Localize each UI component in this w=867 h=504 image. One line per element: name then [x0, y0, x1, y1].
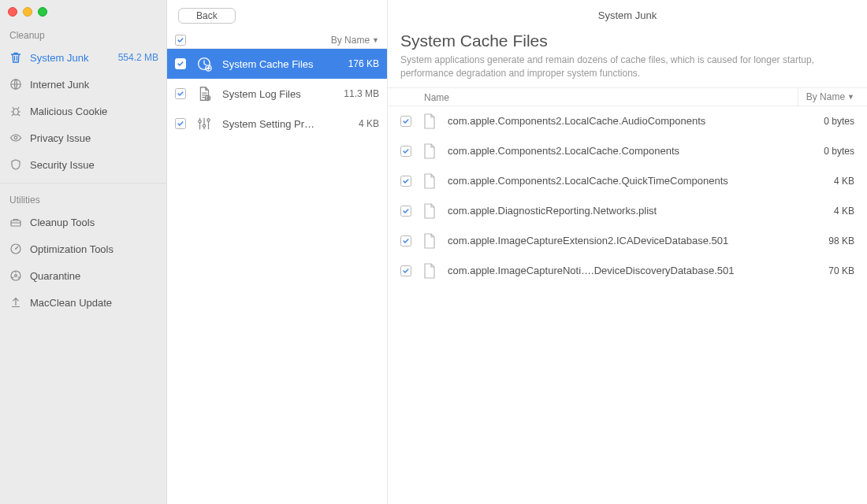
file-name: com.apple.ImageCaptureNoti….DeviceDiscov… — [448, 265, 817, 276]
zoom-icon[interactable] — [38, 7, 47, 17]
bug-icon — [9, 105, 22, 117]
category-panel: Back By Name ▼ System Cache Files 176 KB — [167, 0, 388, 504]
file-checkbox[interactable] — [400, 176, 411, 187]
sidebar-item-label: Quarantine — [30, 270, 158, 282]
chevron-down-icon: ▼ — [847, 87, 854, 106]
minimize-icon[interactable] — [23, 7, 32, 17]
sidebar-item-label: Internet Junk — [30, 79, 158, 91]
file-checkbox[interactable] — [400, 235, 411, 246]
category-checkbox[interactable] — [175, 88, 186, 99]
category-size: 11.3 MB — [344, 88, 379, 99]
detail-panel: System Junk System Cache Files System ap… — [388, 0, 867, 504]
detail-title: System Cache Files — [400, 32, 854, 50]
file-icon — [422, 202, 437, 220]
file-checkbox[interactable] — [400, 146, 411, 157]
page-title: System Junk — [388, 0, 867, 32]
sidebar-item-privacy-issue[interactable]: Privacy Issue — [0, 124, 166, 151]
log-icon — [195, 85, 213, 102]
category-sort-row: By Name ▼ — [167, 32, 387, 49]
file-icon — [422, 262, 437, 280]
upload-icon — [9, 296, 22, 309]
gauge-icon — [9, 243, 22, 255]
category-row-log[interactable]: System Log Files 11.3 MB — [167, 79, 387, 109]
file-checkbox[interactable] — [400, 206, 411, 217]
svg-point-2 — [14, 136, 17, 139]
window-controls — [0, 0, 166, 24]
category-row-settings[interactable]: System Setting Pr… 4 KB — [167, 109, 387, 139]
sidebar-item-label: Cleanup Tools — [30, 217, 158, 228]
eye-icon — [9, 132, 22, 144]
file-list: com.apple.Components2.LocalCache.AudioCo… — [388, 106, 867, 286]
sidebar-item-label: Security Issue — [30, 159, 158, 171]
file-icon — [422, 232, 437, 250]
sidebar-item-label: MacClean Update — [30, 297, 158, 309]
sidebar-item-internet-junk[interactable]: Internet Junk — [0, 71, 166, 98]
sidebar-item-cleanup-tools[interactable]: Cleanup Tools — [0, 209, 166, 235]
svg-point-11 — [199, 120, 201, 123]
file-size: 0 bytes — [824, 146, 854, 157]
file-size: 98 KB — [828, 235, 854, 246]
sort-label: By Name — [331, 35, 370, 46]
chevron-down-icon: ▼ — [372, 36, 379, 44]
sidebar-item-system-junk[interactable]: System Junk 554.2 MB — [0, 44, 166, 71]
svg-point-1 — [13, 109, 18, 115]
sliders-icon — [195, 115, 213, 132]
category-row-cache[interactable]: System Cache Files 176 KB — [167, 49, 387, 79]
file-checkbox[interactable] — [400, 265, 411, 276]
globe-icon — [9, 78, 22, 91]
back-button[interactable]: Back — [178, 8, 236, 24]
file-row[interactable]: com.apple.Components2.LocalCache.QuickTi… — [388, 166, 867, 196]
sidebar-item-label: System Junk — [30, 52, 110, 64]
category-sort-button[interactable]: By Name ▼ — [331, 35, 379, 46]
quarantine-icon — [9, 269, 22, 282]
file-name: com.apple.ImageCaptureExtension2.ICADevi… — [448, 235, 817, 246]
file-row[interactable]: com.apple.ImageCaptureNoti….DeviceDiscov… — [388, 256, 867, 286]
sidebar-item-quarantine[interactable]: Quarantine — [0, 262, 166, 289]
sidebar-item-size: 554.2 MB — [118, 52, 158, 63]
category-size: 176 KB — [348, 58, 379, 69]
file-name: com.apple.Components2.LocalCache.Compone… — [448, 145, 813, 157]
shield-icon — [9, 158, 22, 171]
toolbox-icon — [9, 216, 22, 228]
file-row[interactable]: com.apple.ImageCaptureExtension2.ICADevi… — [388, 226, 867, 256]
sidebar-item-security-issue[interactable]: Security Issue — [0, 151, 166, 178]
file-checkbox[interactable] — [400, 116, 411, 127]
trash-icon — [9, 51, 22, 64]
file-icon — [422, 113, 437, 130]
sidebar-item-optimization-tools[interactable]: Optimization Tools — [0, 235, 166, 262]
cache-icon — [195, 55, 213, 72]
svg-point-13 — [207, 119, 210, 121]
sidebar-divider — [0, 183, 166, 183]
sidebar-item-update[interactable]: MacClean Update — [0, 289, 166, 316]
sidebar-item-label: Optimization Tools — [30, 243, 158, 255]
select-all-checkbox[interactable] — [175, 35, 186, 46]
column-sort-button[interactable]: By Name ▼ — [798, 88, 854, 106]
detail-description: System applications generate and remain … — [400, 54, 854, 81]
category-label: System Cache Files — [222, 58, 339, 70]
middle-header: Back — [167, 0, 387, 32]
svg-point-12 — [203, 124, 205, 127]
file-size: 70 KB — [828, 265, 854, 276]
file-size: 0 bytes — [824, 116, 854, 127]
file-row[interactable]: com.apple.DiagnosticReporting.Networks.p… — [388, 196, 867, 226]
category-checkbox[interactable] — [175, 58, 186, 69]
detail-header: System Cache Files System applications g… — [388, 32, 867, 87]
sidebar: Cleanup System Junk 554.2 MB Internet Ju… — [0, 0, 167, 504]
category-label: System Setting Pr… — [222, 118, 349, 130]
sidebar-item-malicious-cookie[interactable]: Malicious Cookie — [0, 98, 166, 124]
file-icon — [422, 143, 437, 160]
sidebar-item-label: Malicious Cookie — [30, 106, 158, 117]
column-name[interactable]: Name — [400, 88, 798, 106]
file-row[interactable]: com.apple.Components2.LocalCache.Compone… — [388, 136, 867, 166]
svg-point-7 — [15, 275, 17, 277]
file-list-header: Name By Name ▼ — [388, 87, 867, 106]
category-checkbox[interactable] — [175, 118, 186, 129]
category-label: System Log Files — [222, 88, 334, 100]
close-icon[interactable] — [8, 7, 17, 17]
file-row[interactable]: com.apple.Components2.LocalCache.AudioCo… — [388, 106, 867, 136]
file-size: 4 KB — [834, 206, 854, 217]
sidebar-section-cleanup: Cleanup — [0, 24, 166, 44]
category-size: 4 KB — [359, 118, 379, 129]
file-name: com.apple.DiagnosticReporting.Networks.p… — [448, 205, 823, 217]
sort-label: By Name — [806, 87, 845, 106]
